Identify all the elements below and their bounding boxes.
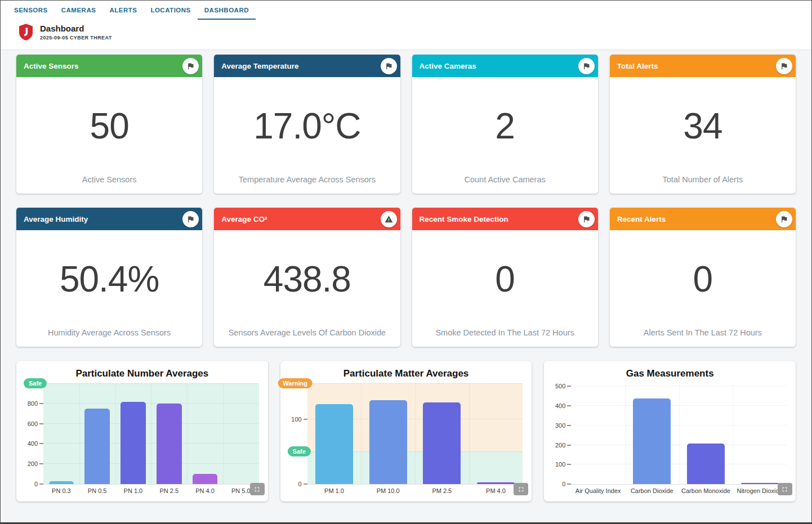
flag-icon[interactable] [182, 211, 199, 227]
flag-icon[interactable] [776, 211, 792, 227]
v-gridline [187, 383, 188, 484]
bar-nitrogen-dioxide[interactable] [741, 483, 779, 484]
bar-pn-0.5[interactable] [84, 409, 110, 484]
stat-caption: Count Active Cameras [464, 175, 545, 194]
x-axis-label: PM 10.0 [361, 487, 415, 494]
x-axis-label: Carbon Dioxide [625, 487, 679, 494]
stat-value: 0 [495, 230, 515, 328]
stat-card-body: 34 Total Number of Alerts [610, 77, 796, 194]
chart-title: Gas Measurements [544, 361, 796, 379]
stat-caption: Smoke Detected In The Last 72 Hours [435, 328, 574, 347]
v-gridline [625, 383, 626, 484]
stat-card-average-humidity: Average Humidity 50.4% Humidity Average … [16, 208, 202, 347]
y-tick-label: 0 [16, 481, 38, 487]
stat-card-body: 2 Count Active Cameras [412, 77, 598, 194]
stat-card-header: Recent Smoke Detection [412, 208, 598, 230]
dashboard-content: Active Sensors 50 Active Sensors Average… [1, 50, 811, 501]
stat-card-total-alerts: Total Alerts 34 Total Number of Alerts [610, 55, 796, 194]
v-gridline [415, 383, 416, 484]
shield-logo-icon [19, 24, 33, 43]
bar-pn-1.0[interactable] [121, 402, 146, 484]
y-tick-label: 100 [544, 462, 565, 468]
stat-card-title: Average CO² [221, 215, 267, 223]
fullscreen-expand-icon[interactable] [778, 483, 792, 495]
chart-plot: 0100200300400500Air Quality IndexCarbon … [571, 383, 787, 485]
tab-alerts[interactable]: ALERTS [102, 1, 144, 20]
y-tick-mark [567, 483, 571, 485]
warning-icon[interactable] [381, 211, 397, 227]
dashboard-screen: SENSORS CAMERAS ALERTS LOCATIONS DASHBOA… [0, 0, 812, 524]
tab-cameras[interactable]: CAMERAS [55, 1, 103, 20]
bar-carbon-monoxide[interactable] [687, 444, 725, 484]
tab-dashboard[interactable]: DASHBOARD [198, 1, 256, 20]
stat-card-average-co2: Average CO² 438.8 Sensors Average Levels… [214, 208, 400, 347]
v-gridline [115, 383, 116, 484]
stat-card-title: Average Temperature [221, 62, 298, 70]
stat-value: 50.4% [60, 230, 159, 328]
y-tick-mark [39, 423, 43, 424]
flag-icon[interactable] [578, 58, 595, 74]
zone-pill-warning: Warning [278, 378, 313, 388]
x-axis-label: PN 0.3 [43, 487, 79, 494]
y-tick-label: 0 [280, 481, 302, 487]
y-tick-label: 100 [280, 416, 302, 422]
bar-pn-2.5[interactable] [157, 404, 182, 484]
stat-card-header: Recent Alerts [610, 208, 796, 230]
bar-pn-0.3[interactable] [49, 481, 74, 484]
stat-value: 17.0°C [253, 77, 360, 175]
stat-card-title: Recent Alerts [617, 215, 666, 223]
tab-locations[interactable]: LOCATIONS [144, 1, 197, 20]
y-tick-mark [39, 483, 43, 485]
x-axis-label: PN 1.0 [115, 487, 151, 494]
zone-pill-safe: Safe [24, 378, 47, 388]
main-nav: SENSORS CAMERAS ALERTS LOCATIONS DASHBOA… [1, 1, 811, 20]
bar-pm-2.5[interactable] [423, 402, 461, 485]
y-tick-label: 800 [16, 400, 38, 406]
flag-icon[interactable] [182, 58, 199, 74]
fullscreen-expand-icon[interactable] [250, 483, 265, 495]
stat-value: 34 [683, 77, 722, 175]
x-axis-label: PN 4.0 [187, 487, 223, 494]
stat-caption: Total Number of Alerts [663, 175, 743, 194]
stat-card-recent-smoke-detection: Recent Smoke Detection 0 Smoke Detected … [412, 208, 598, 347]
tab-sensors[interactable]: SENSORS [7, 1, 55, 20]
flag-icon[interactable] [381, 58, 397, 74]
chart-card-particulate-matter: Particulate Matter Averages 0100PM 1.0PM… [280, 361, 532, 501]
bar-carbon-dioxide[interactable] [633, 398, 671, 484]
fullscreen-expand-icon[interactable] [514, 483, 528, 495]
stat-card-header: Active Cameras [412, 55, 598, 77]
stat-caption: Temperature Average Across Sensors [239, 175, 376, 194]
bar-pm-4.0[interactable] [477, 482, 515, 484]
v-gridline [733, 383, 733, 484]
y-tick-label: 400 [544, 402, 565, 409]
stat-card-header: Active Sensors [16, 55, 202, 77]
stat-card-grid: Active Sensors 50 Active Sensors Average… [16, 55, 796, 347]
y-tick-label: 600 [16, 420, 38, 427]
bar-pm-1.0[interactable] [315, 404, 353, 484]
stat-card-header: Average CO² [214, 208, 400, 230]
flag-icon[interactable] [776, 58, 792, 74]
chart-plot: 0100PM 1.0PM 10.0PM 2.5PM 4.0SafeWarning [307, 383, 523, 485]
flag-icon[interactable] [578, 211, 595, 227]
chart-plot: 0200400600800PN 0.3PN 0.5PN 1.0PN 2.5PN … [43, 383, 259, 485]
y-tick-mark [567, 425, 571, 426]
stat-card-body: 0 Smoke Detected In The Last 72 Hours [412, 230, 598, 347]
v-gridline [469, 383, 470, 484]
x-axis-label: PM 1.0 [307, 487, 362, 494]
bar-pn-4.0[interactable] [193, 474, 218, 484]
stat-card-header: Average Humidity [16, 208, 202, 230]
stat-card-title: Average Humidity [24, 215, 88, 223]
stat-value: 438.8 [264, 230, 351, 328]
stat-card-body: 50.4% Humidity Average Across Sensors [16, 230, 202, 347]
stat-card-body: 438.8 Sensors Average Levels Of Carbon D… [214, 230, 400, 347]
stat-caption: Humidity Average Across Sensors [48, 328, 171, 347]
y-tick-mark [567, 405, 571, 406]
y-tick-label: 300 [544, 422, 565, 428]
y-tick-mark [567, 386, 571, 387]
brand-text: Dashboard 2025-09-05 CYBER THREAT [40, 24, 112, 41]
stat-caption: Sensors Average Levels Of Carbon Dioxide [229, 328, 386, 347]
stat-card-active-sensors: Active Sensors 50 Active Sensors [16, 55, 202, 194]
bar-pm-10.0[interactable] [369, 400, 407, 484]
y-tick-mark [39, 403, 43, 404]
v-gridline [79, 383, 80, 484]
